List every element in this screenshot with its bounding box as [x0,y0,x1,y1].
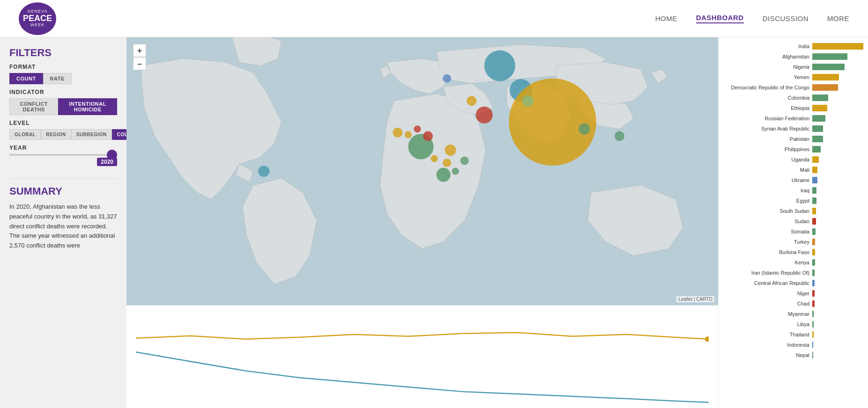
bar-track [812,53,863,60]
nav-home[interactable]: HOME [655,15,677,22]
level-country-btn[interactable]: COUNTRY [112,129,126,140]
bar-fill [812,290,815,297]
level-region-btn[interactable]: REGION [41,129,71,140]
bar-track [812,105,863,111]
bar-track [812,95,863,101]
bar-fill [812,300,815,307]
bar-track [812,249,863,255]
level-subregion-btn[interactable]: SUBREGION [71,129,112,140]
svg-point-14 [579,124,590,135]
level-global-btn[interactable]: GLOBAL [9,129,41,140]
bar-fill [812,156,819,163]
summary-text: In 2020, Afghanistan was the less peacef… [9,202,117,251]
bar-fill [812,311,814,317]
bar-row: Nigeria [719,63,863,71]
year-slider-container: 2020 [9,154,117,166]
svg-point-18 [405,131,412,138]
bar-fill [812,105,827,111]
year-filter: YEAR 2020 [9,145,117,166]
bar-row: Somalia [719,227,863,236]
bar-label: Burkina Faso [719,249,812,255]
format-count-btn[interactable]: COUNT [9,73,43,84]
bar-track [812,300,863,307]
bar-label: Iraq [719,188,812,193]
bar-label: Egypt [719,198,812,204]
bar-row: India [719,42,863,51]
bar-track [812,136,863,142]
line-chart [136,310,709,403]
bar-fill [812,228,816,235]
chart-panel [126,305,718,408]
summary-title: SUMMARY [9,185,117,197]
filters-title: FILTERS [9,47,117,59]
nav-more[interactable]: MORE [827,15,849,22]
bar-fill [812,239,815,245]
bar-track [812,280,863,286]
bar-label: Chad [719,301,812,306]
svg-point-20 [452,168,459,175]
bar-track [812,342,863,348]
bar-label: Central African Republic [719,280,812,286]
zoom-out-btn[interactable]: − [133,57,146,70]
bar-label: Nepal [719,352,812,358]
indicator-btn-group: CONFLICT DEATHS INTENTIONAL HOMICIDE [9,98,117,115]
bar-fill [812,64,845,70]
bar-label: Thailand [719,332,812,337]
bar-fill [812,136,823,142]
bar-row: Niger [719,289,863,298]
format-filter: FORMAT COUNT RATE [9,64,117,84]
format-btn-group: COUNT RATE [9,73,117,84]
indicator-homicide-btn[interactable]: INTENTIONAL HOMICIDE [58,98,117,115]
bar-track [812,352,863,358]
level-label: LEVEL [9,120,117,126]
zoom-in-btn[interactable]: + [133,44,146,57]
svg-point-5 [437,168,451,182]
svg-point-8 [467,96,476,106]
bar-row: South Sudan [719,207,863,215]
svg-point-7 [476,107,493,124]
bar-row: Thailand [719,330,863,339]
nav-discussion[interactable]: DISCUSSION [763,15,809,22]
bar-track [812,208,863,214]
bar-label: Sudan [719,219,812,224]
bar-fill [812,197,816,204]
nav-dashboard[interactable]: DASHBOARD [696,14,744,23]
svg-point-9 [445,145,456,156]
bar-fill [812,321,814,328]
world-map [126,37,718,305]
bar-track [812,177,863,183]
bar-row: Colombia [719,94,863,102]
bar-track [812,321,863,328]
bar-row: Burkina Faso [719,248,863,256]
svg-point-17 [522,95,534,107]
bar-label: Libya [719,321,812,327]
bar-row: Afghanistan [719,52,863,61]
bar-fill [812,280,815,286]
bar-label: Somalia [719,229,812,234]
bar-label: Niger [719,291,812,296]
summary-section: SUMMARY In 2020, Afghanistan was the les… [9,178,117,251]
bar-fill [812,95,828,101]
bar-track [812,197,863,204]
bar-fill [812,331,814,338]
map-container: + − [126,37,718,305]
bar-row: Turkey [719,238,863,246]
logo-line3: WEEK [30,23,45,28]
year-slider[interactable] [9,154,117,156]
bar-track [812,218,863,225]
bar-fill [812,84,838,91]
bar-track [812,259,863,266]
bar-track [812,290,863,297]
bar-label: Philippines [719,146,812,152]
bar-fill [812,270,815,276]
svg-point-16 [443,74,451,83]
bar-label: Myanmar [719,311,812,317]
map-controls: + − [133,44,146,70]
map-credit: Leaflet | CARTO [676,296,714,302]
logo: GENEVA PEACE WEEK [19,2,56,35]
main-nav: HOME DASHBOARD DISCUSSION MORE [655,14,849,23]
bar-fill [812,177,817,183]
bar-track [812,84,863,91]
indicator-conflict-btn[interactable]: CONFLICT DEATHS [9,98,58,115]
format-rate-btn[interactable]: RATE [43,73,72,84]
